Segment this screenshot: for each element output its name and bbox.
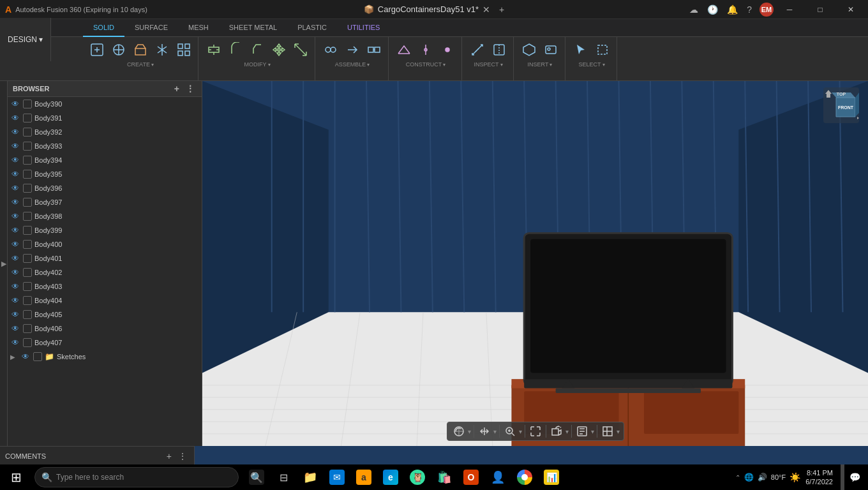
user-icon[interactable]: EM xyxy=(760,3,774,17)
fit-icon[interactable] xyxy=(528,424,543,439)
browser-body-item[interactable]: 👁 Body407 xyxy=(8,336,202,350)
body-checkbox[interactable] xyxy=(23,184,32,193)
pan-icon[interactable] xyxy=(477,424,492,439)
browser-add-button[interactable]: + xyxy=(172,84,181,94)
browser-body-item[interactable]: 👁 Body399 xyxy=(8,223,202,237)
close-tab-icon[interactable]: ✕ xyxy=(483,4,490,15)
decal-icon[interactable] xyxy=(541,40,561,60)
browser-body-item[interactable]: 👁 Body398 xyxy=(8,209,202,223)
visibility-icon[interactable]: 👁 xyxy=(10,113,20,123)
display-dropdown[interactable]: ▾ xyxy=(591,428,594,435)
visibility-icon[interactable]: 👁 xyxy=(10,99,20,109)
tab-sheet-metal[interactable]: SHEET METAL xyxy=(219,19,287,37)
tab-mesh[interactable]: MESH xyxy=(178,19,219,37)
zoom-dropdown[interactable]: ▾ xyxy=(519,428,522,435)
visibility-icon[interactable]: 👁 xyxy=(10,127,20,137)
modify-label[interactable]: MODIFY ▾ xyxy=(244,61,271,68)
browser-body-item[interactable]: 👁 Body393 xyxy=(8,139,202,153)
measure-icon[interactable] xyxy=(467,40,488,60)
section-analysis-icon[interactable] xyxy=(489,40,509,60)
orbit-icon[interactable] xyxy=(451,424,467,439)
browser-body-item[interactable]: 👁 Body397 xyxy=(8,195,202,209)
taskbar-mail[interactable]: ✉ xyxy=(324,464,350,490)
close-button[interactable]: ✕ xyxy=(836,0,865,19)
body-checkbox[interactable] xyxy=(23,324,32,333)
display-icon[interactable] xyxy=(574,424,590,439)
chamfer-icon[interactable] xyxy=(247,40,267,60)
visibility-icon[interactable]: 👁 xyxy=(10,323,20,334)
tab-solid[interactable]: SOLID xyxy=(83,19,124,37)
press-pull-icon[interactable] xyxy=(204,40,224,60)
plane-icon[interactable] xyxy=(394,40,414,60)
browser-body-item[interactable]: 👁 Body390 xyxy=(8,97,202,111)
body-checkbox[interactable] xyxy=(23,226,32,235)
visibility-icon[interactable]: 👁 xyxy=(10,169,20,179)
new-tab-icon[interactable]: + xyxy=(499,4,504,15)
taskbar-tripadvisor[interactable]: 🦉 xyxy=(405,464,430,490)
browser-body-item[interactable]: 👁 Body396 xyxy=(8,181,202,195)
browser-body-item[interactable]: 👁 Body391 xyxy=(8,111,202,125)
fillet-icon[interactable] xyxy=(225,40,246,60)
window-select-icon[interactable] xyxy=(592,40,613,60)
cloud-icon[interactable]: ☁ xyxy=(685,4,702,15)
body-checkbox[interactable] xyxy=(23,296,32,305)
visibility-icon[interactable]: 👁 xyxy=(10,183,20,193)
visibility-icon[interactable]: 👁 xyxy=(10,239,20,249)
construct-label[interactable]: CONSTRUCT ▾ xyxy=(406,61,446,68)
comments-menu-button[interactable]: ⋮ xyxy=(176,451,189,461)
grid-icon[interactable] xyxy=(600,424,615,439)
network-icon[interactable]: 🌐 xyxy=(744,473,754,482)
sketches-checkbox[interactable] xyxy=(33,352,42,361)
visibility-icon[interactable]: 👁 xyxy=(10,295,20,306)
sketches-folder-item[interactable]: ▶ 👁 📁 Sketches xyxy=(8,350,202,364)
weather-icon[interactable]: ☀️ xyxy=(789,472,800,482)
select-label[interactable]: SELECT ▾ xyxy=(578,61,604,68)
select-tool-icon[interactable] xyxy=(571,40,591,60)
visibility-icon[interactable]: 👁 xyxy=(10,338,20,348)
history-icon[interactable]: 🕐 xyxy=(703,4,722,15)
body-checkbox[interactable] xyxy=(23,310,32,319)
orbit-dropdown[interactable]: ▾ xyxy=(468,428,471,435)
start-button[interactable]: ⊞ xyxy=(0,464,32,490)
collapse-arrow[interactable]: ▶ xyxy=(10,353,18,360)
visibility-icon[interactable]: 👁 xyxy=(10,225,20,235)
viewcube[interactable]: TOP FRONT xyxy=(822,86,860,124)
view-dropdown[interactable]: ▾ xyxy=(565,428,569,435)
body-checkbox[interactable] xyxy=(23,114,32,122)
visibility-icon[interactable]: 👁 xyxy=(10,253,20,264)
pattern-icon[interactable] xyxy=(174,40,194,60)
visibility-icon[interactable]: 👁 xyxy=(10,155,20,165)
browser-body-item[interactable]: 👁 Body395 xyxy=(8,167,202,181)
insert-label[interactable]: INSERT ▾ xyxy=(528,61,553,68)
notification-button[interactable]: 💬 xyxy=(847,472,863,482)
create-label[interactable]: CREATE ▾ xyxy=(127,61,154,68)
browser-body-item[interactable]: 👁 Body402 xyxy=(8,265,202,279)
point-icon[interactable] xyxy=(437,40,458,60)
tab-plastic[interactable]: PLASTIC xyxy=(287,19,337,37)
browser-menu-button[interactable]: ⋮ xyxy=(184,84,197,94)
taskbar-task-view[interactable]: ⊟ xyxy=(271,464,296,490)
body-checkbox[interactable] xyxy=(23,142,32,151)
weather-temp[interactable]: 80°F xyxy=(771,473,786,481)
maximize-button[interactable]: □ xyxy=(805,0,835,19)
minimize-button[interactable]: ─ xyxy=(775,0,804,19)
taskbar-file-explorer[interactable]: 📁 xyxy=(297,464,323,490)
design-button[interactable]: DESIGN ▾ xyxy=(0,18,51,61)
body-checkbox[interactable] xyxy=(23,198,32,207)
body-checkbox[interactable] xyxy=(23,240,32,249)
show-desktop-button[interactable] xyxy=(841,464,844,490)
tray-chevron[interactable]: ⌃ xyxy=(735,474,740,481)
tab-utilities[interactable]: UTILITIES xyxy=(337,19,390,37)
browser-body-item[interactable]: 👁 Body394 xyxy=(8,153,202,167)
as-built-joint-icon[interactable] xyxy=(364,40,384,60)
visibility-icon[interactable]: 👁 xyxy=(10,211,20,221)
view-cube-icon[interactable] xyxy=(549,424,564,439)
body-checkbox[interactable] xyxy=(23,282,32,291)
body-checkbox[interactable] xyxy=(23,156,32,165)
browser-body-item[interactable]: 👁 Body400 xyxy=(8,237,202,251)
scale-icon[interactable] xyxy=(290,40,311,60)
browser-body-item[interactable]: 👁 Body406 xyxy=(8,322,202,336)
comments-add-button[interactable]: + xyxy=(165,451,174,461)
visibility-icon[interactable]: 👁 xyxy=(10,309,20,320)
browser-body-item[interactable]: 👁 Body405 xyxy=(8,308,202,322)
